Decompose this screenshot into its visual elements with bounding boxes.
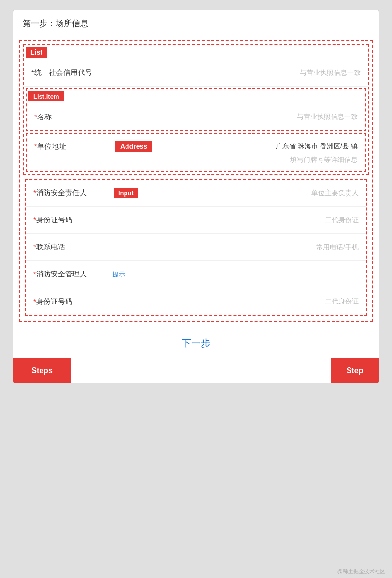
fire-responsible-placeholder: 单位主要负责人: [141, 189, 359, 198]
id-code2-placeholder: 二代身份证: [111, 297, 359, 306]
step-badge[interactable]: Step: [331, 358, 379, 383]
id-code2-row: *身份证号码 二代身份证: [26, 288, 366, 315]
list-item-section: List.Item *名称 与营业执照信息一致: [26, 88, 366, 131]
fire-responsible-label: *消防安全责任人: [33, 188, 111, 198]
credit-code-label: *统一社会信用代号: [31, 68, 109, 77]
bottom-bar: Steps Step: [13, 358, 379, 383]
name-label: *名称: [34, 113, 112, 122]
address-label: *单位地址: [34, 142, 112, 151]
address-selects: 广东省 珠海市 香洲区/县 镇: [152, 142, 358, 151]
credit-code-placeholder: 与营业执照信息一致: [109, 69, 361, 77]
list-badge: List: [24, 45, 368, 59]
town-select[interactable]: 镇: [351, 142, 358, 151]
step-title: 第一步：场所信息: [23, 19, 88, 28]
address-badge: Address: [115, 141, 152, 152]
input-section: *消防安全责任人 Input 单位主要负责人 *身份证号码 二代身份证 *联系电…: [25, 179, 367, 316]
list-item-label: List.Item: [28, 91, 64, 101]
province-select[interactable]: 广东省: [276, 142, 296, 151]
dashed-outer: List *统一社会信用代号 与营业执照信息一致 List.Item *名称 与…: [19, 40, 373, 322]
main-container: 第一步：场所信息 List *统一社会信用代号 与营业执照信息一致 List.I…: [13, 10, 379, 383]
credit-code-row: *统一社会信用代号 与营业执照信息一致: [24, 59, 368, 87]
phone-label: *联系电话: [33, 243, 111, 252]
name-row: *名称 与营业执照信息一致: [27, 103, 365, 130]
step-header: 第一步：场所信息: [13, 10, 379, 35]
fire-manager-row: *消防安全管理人 提示: [26, 261, 366, 288]
phone-row: *联系电话 常用电话/手机: [26, 234, 366, 261]
fire-manager-hint[interactable]: 提示: [112, 270, 125, 279]
id-code2-label: *身份证号码: [33, 297, 111, 306]
next-button[interactable]: 下一步: [182, 337, 210, 350]
list-item-badge-wrapper: List.Item: [27, 89, 365, 103]
city-select[interactable]: 珠海市: [298, 142, 318, 151]
id-code1-placeholder: 二代身份证: [111, 216, 359, 225]
steps-badge[interactable]: Steps: [13, 358, 71, 383]
address-section: *单位地址 Address 广东省 珠海市 香洲区/县 镇 填写门牌号等详细信息: [26, 133, 366, 172]
district-select[interactable]: 香洲区/县: [320, 142, 349, 151]
name-placeholder: 与营业执照信息一致: [112, 113, 358, 121]
list-label: List: [26, 47, 47, 58]
list-section: List *统一社会信用代号 与营业执照信息一致 List.Item *名称 与…: [23, 44, 369, 175]
address-detail-placeholder: 填写门牌号等详细信息: [290, 156, 358, 164]
fire-responsible-row: *消防安全责任人 Input 单位主要负责人: [26, 180, 366, 207]
next-button-area: 下一步: [13, 327, 379, 358]
address-row-top: *单位地址 Address 广东省 珠海市 香洲区/县 镇: [27, 134, 365, 156]
phone-placeholder: 常用电话/手机: [111, 243, 359, 252]
id-code1-label: *身份证号码: [33, 216, 111, 225]
watermark: @稀土掘金技术社区: [337, 568, 385, 575]
input-badge: Input: [114, 188, 138, 198]
fire-manager-label: *消防安全管理人: [33, 270, 111, 279]
id-code1-row: *身份证号码 二代身份证: [26, 207, 366, 234]
address-detail-row: 填写门牌号等详细信息: [27, 156, 365, 171]
